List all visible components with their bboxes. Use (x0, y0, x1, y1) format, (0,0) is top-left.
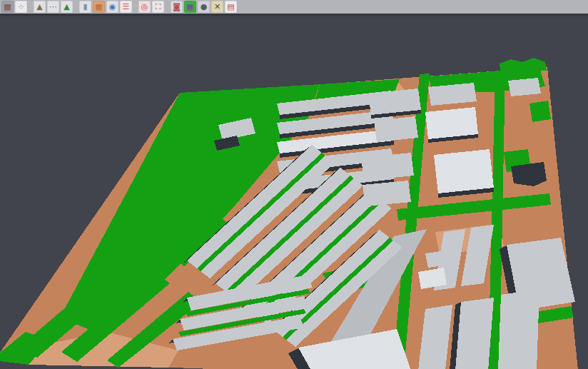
clip-region-icon[interactable]: ◙ (171, 1, 183, 13)
toolbar-group: ▩⁘ (1, 1, 27, 13)
target-circle-icon[interactable]: ◎ (138, 1, 151, 13)
toolbar: ▩⁘▲⋯▲▮▦◉☰◎⛶◙▦●✕▤ (0, 0, 588, 16)
point-pair-icon[interactable]: ⁘ (15, 1, 27, 13)
selection-bounds-icon[interactable]: ⛶ (152, 1, 164, 13)
red-layers-icon[interactable]: ☰ (120, 1, 132, 13)
scene-svg (0, 18, 588, 369)
toolbar-group: ▲⋯▲ (34, 1, 73, 13)
remove-cross-icon[interactable]: ✕ (211, 1, 223, 13)
sparse-points-icon[interactable]: ⋯ (47, 1, 59, 13)
toolbar-group: ◙▦●✕▤ (171, 1, 237, 13)
report-sheet-icon[interactable]: ▤ (225, 1, 237, 13)
application-window: ▩⁘▲⋯▲▮▦◉☰◎⛶◙▦●✕▤ (0, 0, 588, 369)
building-roof (363, 181, 411, 206)
viewport-3d[interactable] (0, 18, 588, 369)
building-roof (455, 298, 494, 369)
column-sample-icon[interactable]: ▮ (79, 1, 91, 13)
open-scan-icon[interactable]: ▩ (1, 1, 14, 13)
building-shadow (511, 162, 547, 186)
globe-icon[interactable]: ◉ (106, 1, 118, 13)
classified-map-icon[interactable]: ▦ (184, 1, 196, 13)
dark-sphere-icon[interactable]: ● (198, 1, 210, 13)
building-roof (425, 107, 478, 139)
vegetation-patch (529, 101, 551, 122)
building-roof (434, 149, 494, 193)
orthophoto-icon[interactable]: ▦ (93, 1, 105, 13)
building-roof (374, 116, 418, 142)
terrain-mound-icon[interactable]: ▲ (34, 1, 46, 13)
building-roof (498, 289, 539, 369)
building-roof (508, 78, 541, 96)
vegetation-hill-icon[interactable]: ▲ (61, 1, 73, 13)
toolbar-group: ▮▦◉☰ (79, 1, 132, 13)
building-roof (425, 251, 448, 268)
toolbar-group: ◎⛶ (138, 1, 164, 13)
